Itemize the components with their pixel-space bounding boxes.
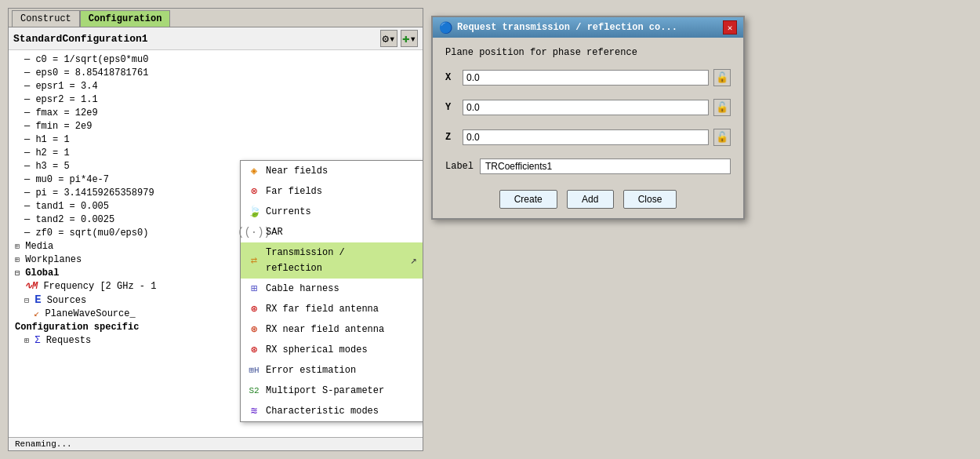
- menu-item-label: Currents: [266, 204, 311, 220]
- menu-item-label: RX spherical modes: [266, 342, 368, 358]
- menu-item-currents[interactable]: 🍃 Currents: [241, 202, 423, 222]
- x-lock-button[interactable]: 🔓: [713, 69, 731, 86]
- tab-configuration[interactable]: Configuration: [80, 10, 171, 27]
- transmission-dialog: 🔵 Request transmission / reflection co..…: [431, 16, 745, 220]
- menu-item-label: Multiport S-parameter: [266, 383, 384, 399]
- y-label: Y: [445, 102, 458, 113]
- sar-icon: ((·)): [247, 225, 261, 239]
- tree-item[interactable]: ─ h1 = 1: [12, 133, 419, 147]
- far-fields-icon: ⊗: [247, 184, 261, 199]
- tree-item[interactable]: ─ eps0 = 8.85418781761: [12, 67, 419, 80]
- z-input[interactable]: [463, 129, 709, 145]
- menu-item-label: Far fields: [266, 184, 322, 199]
- renaming-label: Renaming...: [15, 439, 72, 449]
- tree-item[interactable]: ─ h2 = 1: [12, 147, 419, 160]
- menu-item-transmission[interactable]: ⇄ Transmission / reflection ↗: [241, 242, 423, 279]
- menu-item-label: Error estimation: [266, 362, 356, 378]
- y-input[interactable]: [463, 100, 709, 115]
- menu-item-rx-near-field[interactable]: ⊛ RX near field antenna: [241, 319, 423, 340]
- lock-icon: 🔓: [716, 101, 728, 114]
- dialog-close-button[interactable]: ✕: [723, 20, 737, 35]
- add-button[interactable]: Add: [567, 190, 614, 209]
- transmission-icon: ⇄: [247, 253, 261, 268]
- add-button[interactable]: ✚ ▾: [401, 30, 418, 47]
- tab-bar: Construct Configuration: [9, 9, 423, 27]
- near-fields-icon: ◈: [247, 164, 261, 178]
- menu-item-error[interactable]: ⊞H Error estimation: [241, 360, 423, 381]
- tab-construct[interactable]: Construct: [12, 10, 80, 27]
- label-input[interactable]: [480, 158, 731, 174]
- menu-item-label: RX far field antenna: [266, 301, 379, 317]
- dialog-title: Request transmission / reflection co...: [457, 22, 718, 33]
- menu-item-far-fields[interactable]: ⊗ Far fields: [241, 181, 423, 202]
- lock-icon: 🔓: [716, 71, 728, 84]
- z-field-row: Z 🔓: [445, 129, 731, 146]
- menu-item-rx-far-field[interactable]: ⊛ RX far field antenna: [241, 299, 423, 319]
- tree-item[interactable]: ─ fmax = 12e9: [12, 107, 419, 120]
- menu-item-rx-spherical[interactable]: ⊛ RX spherical modes: [241, 340, 423, 360]
- currents-icon: 🍃: [247, 205, 261, 219]
- cable-harness-icon: ⊞: [247, 282, 261, 296]
- tree-item[interactable]: ─ fmin = 2e9: [12, 120, 419, 133]
- y-field-row: Y 🔓: [445, 99, 731, 116]
- tree-item[interactable]: ─ epsr1 = 3.4: [12, 80, 419, 93]
- menu-item-label: Transmission / reflection: [266, 245, 406, 276]
- error-icon: ⊞H: [247, 363, 261, 377]
- char-modes-icon: ≋: [247, 404, 261, 418]
- menu-item-label: SAR: [266, 224, 283, 240]
- rx-far-field-icon: ⊛: [247, 302, 261, 316]
- x-label: X: [445, 72, 458, 83]
- config-title: StandardConfiguration1: [13, 33, 377, 45]
- x-field-row: X 🔓: [445, 69, 731, 86]
- renaming-bar: Renaming...: [9, 437, 423, 450]
- toolbar: StandardConfiguration1 ⚙ ▾ ✚ ▾: [9, 27, 423, 50]
- menu-item-near-fields[interactable]: ◈ Near fields: [241, 161, 423, 181]
- menu-item-label: RX near field antenna: [266, 322, 384, 337]
- close-button[interactable]: Close: [623, 190, 677, 209]
- tree-area: ─ c0 = 1/sqrt(eps0*mu0 ─ eps0 = 8.854187…: [9, 50, 423, 437]
- tree-item[interactable]: ─ c0 = 1/sqrt(eps0*mu0: [12, 53, 419, 67]
- create-button[interactable]: Create: [499, 190, 557, 209]
- dialog-body: Plane position for phase reference X 🔓 Y…: [433, 38, 743, 184]
- tree-item[interactable]: ─ epsr2 = 1.1: [12, 93, 419, 107]
- menu-item-label: Cable harness: [266, 281, 339, 297]
- add-icon: ✚: [402, 31, 410, 46]
- context-menu: ◈ Near fields ⊗ Far fields 🍃 Currents ((…: [240, 160, 423, 422]
- gear-button[interactable]: ⚙ ▾: [380, 30, 397, 47]
- dialog-icon: 🔵: [439, 21, 452, 35]
- dialog-titlebar: 🔵 Request transmission / reflection co..…: [433, 17, 743, 38]
- section-label: Plane position for phase reference: [445, 47, 731, 58]
- lock-icon: 🔓: [716, 131, 728, 144]
- x-input[interactable]: [463, 70, 709, 86]
- menu-item-cable-harness[interactable]: ⊞ Cable harness: [241, 279, 423, 299]
- menu-item-label: Characteristic modes: [266, 403, 379, 419]
- menu-item-label: Near fields: [266, 163, 328, 179]
- dialog-buttons: Create Add Close: [433, 184, 743, 218]
- menu-item-multiport[interactable]: S2 Multiport S-parameter: [241, 381, 423, 401]
- left-panel: Construct Configuration StandardConfigur…: [8, 8, 423, 451]
- y-lock-button[interactable]: 🔓: [713, 99, 731, 116]
- multiport-icon: S2: [247, 384, 261, 398]
- dropdown-arrow-icon: ▾: [389, 32, 395, 46]
- z-label: Z: [445, 132, 458, 143]
- menu-item-char-modes[interactable]: ≋ Characteristic modes: [241, 401, 423, 421]
- z-lock-button[interactable]: 🔓: [713, 129, 731, 146]
- label-row: Label: [445, 158, 731, 174]
- label-label: Label: [445, 161, 474, 172]
- rx-spherical-icon: ⊛: [247, 343, 261, 357]
- add-dropdown-icon: ▾: [410, 32, 416, 46]
- gear-icon: ⚙: [383, 32, 389, 46]
- rx-near-field-icon: ⊛: [247, 322, 261, 337]
- menu-item-sar[interactable]: ((·)) SAR: [241, 222, 423, 242]
